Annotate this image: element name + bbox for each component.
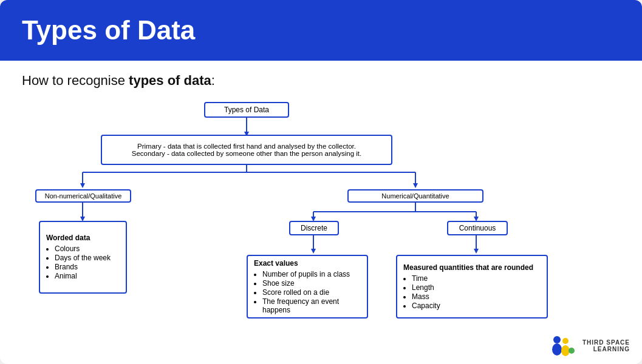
worded-box: Worded data Colours Days of the week Bra… [39, 221, 127, 294]
svg-marker-5 [80, 183, 85, 188]
subtitle-suffix: : [211, 73, 215, 88]
root-label: Types of Data [224, 106, 269, 114]
root-box: Types of Data [204, 102, 289, 118]
logo-line1: THIRD SPACE [582, 339, 630, 346]
subtitle-bold: types of data [129, 73, 211, 88]
numerical-label: Numerical/Quantitative [381, 192, 449, 200]
measured-box: Measured quantities that are rounded Tim… [396, 255, 548, 318]
subtitle: How to recognise types of data: [22, 73, 620, 89]
secondary-line: Secondary - data collected by someone ot… [132, 150, 361, 157]
list-item: Brands [55, 263, 111, 271]
discrete-box: Discrete [289, 221, 339, 235]
svg-point-28 [569, 348, 575, 354]
worded-title: Worded data [46, 234, 90, 242]
header: Types of Data [0, 0, 642, 61]
exact-list: Number of pupils in a class Shoe size Sc… [254, 270, 362, 315]
continuous-label: Continuous [459, 224, 496, 232]
logo-text: THIRD SPACE LEARNING [582, 339, 630, 352]
list-item: Mass [412, 292, 440, 301]
svg-point-24 [553, 336, 561, 343]
svg-marker-21 [311, 249, 316, 254]
logo-area: THIRD SPACE LEARNING [548, 334, 630, 358]
primary-line: Primary - data that is collected first h… [137, 143, 356, 150]
diagram: Types of Data Primary - data that is col… [22, 99, 620, 342]
card: Types of Data How to recognise types of … [0, 0, 642, 364]
exact-title: Exact values [254, 259, 298, 268]
worded-list: Colours Days of the week Brands Animal [46, 244, 111, 281]
list-item: Score rolled on a die [262, 288, 362, 297]
svg-marker-9 [413, 183, 418, 188]
list-item: The frequency an event happens [262, 297, 362, 314]
content-area: How to recognise types of data: [0, 61, 642, 364]
subtitle-prefix: How to recognise [22, 73, 129, 88]
non-numerical-label: Non-numerical/Qualitative [45, 192, 122, 200]
continuous-box: Continuous [447, 221, 508, 235]
non-numerical-box: Non-numerical/Qualitative [35, 189, 131, 203]
list-item: Days of the week [55, 254, 111, 262]
list-item: Capacity [412, 302, 440, 310]
tsl-logo-icon [548, 334, 578, 358]
svg-point-25 [552, 343, 562, 356]
measured-list: Time Length Mass Capacity [403, 274, 440, 311]
discrete-label: Discrete [301, 224, 327, 232]
logo-line2: LEARNING [593, 346, 630, 352]
list-item: Colours [55, 244, 111, 253]
list-item: Time [412, 274, 440, 283]
svg-point-27 [561, 345, 570, 356]
list-item: Number of pupils in a class [262, 270, 362, 278]
list-item: Animal [55, 272, 111, 280]
page-title: Types of Data [22, 15, 195, 46]
exact-values-box: Exact values Number of pupils in a class… [247, 255, 368, 318]
list-item: Length [412, 283, 440, 292]
svg-marker-23 [474, 249, 479, 254]
measured-title: Measured quantities that are rounded [403, 263, 533, 272]
svg-point-26 [562, 338, 569, 344]
numerical-box: Numerical/Quantitative [347, 189, 483, 203]
primary-secondary-box: Primary - data that is collected first h… [101, 135, 392, 165]
list-item: Shoe size [262, 279, 362, 288]
